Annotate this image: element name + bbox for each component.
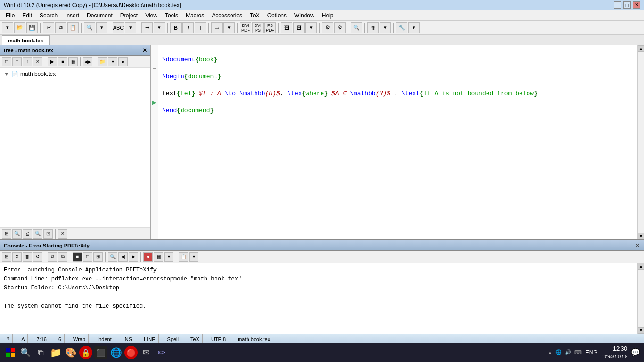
status-indent[interactable]: Indent (94, 334, 115, 344)
tree-bottom-btn2[interactable]: 🔍 (12, 229, 22, 239)
menu-edit[interactable]: Edit (18, 11, 36, 20)
taskbar-task-view[interactable]: ⧉ (34, 346, 47, 359)
tree-btn-folder-dropdown[interactable]: ▾ (108, 57, 117, 66)
tree-btn-up[interactable]: ↑ (23, 57, 32, 66)
tray-network[interactable]: 🌐 (555, 349, 562, 355)
toolbar-italic[interactable]: I (182, 22, 194, 33)
console-btn-refresh[interactable]: ↺ (33, 252, 42, 262)
maximize-button[interactable]: □ (623, 1, 631, 9)
menu-tex[interactable]: TeX (246, 11, 264, 20)
menu-view[interactable]: View (141, 11, 161, 20)
taskbar-explorer[interactable]: 📁 (49, 346, 62, 359)
console-btn-view-dropdown[interactable]: ▾ (164, 252, 173, 262)
tab-math-book[interactable]: math book.tex (2, 35, 50, 45)
tree-bottom-btn1[interactable]: ⊞ (2, 229, 11, 239)
taskbar-app-black[interactable]: ⬛ (94, 346, 107, 359)
code-editor[interactable]: \document{book} \begin{document} text{Le… (158, 45, 637, 239)
toolbar-trash-dropdown[interactable]: ▾ (380, 22, 391, 33)
menu-accessories[interactable]: Accessories (208, 11, 246, 20)
console-btn-clear[interactable]: 🗑 (23, 252, 32, 262)
tray-volume[interactable]: 🔊 (565, 349, 571, 355)
toolbar-paste[interactable]: 📋 (67, 22, 79, 33)
tree-bottom-btn4[interactable]: 🔍 (33, 229, 42, 239)
tree-root-item[interactable]: ▼ 📄 math book.tex (2, 70, 148, 78)
toolbar-dvi[interactable]: DVI PDF (240, 22, 251, 33)
menu-options[interactable]: Options (264, 11, 290, 20)
tree-bottom-btn3[interactable]: 🖨 (23, 229, 32, 239)
toolbar-img2[interactable]: 🖼 (293, 22, 305, 33)
console-btn-wrap[interactable]: ⊞ (2, 252, 11, 262)
toolbar-search-icon[interactable]: 🔍 (351, 22, 362, 33)
menu-document[interactable]: Document (83, 11, 116, 20)
fold-btn-collapse[interactable]: − (151, 64, 157, 73)
console-btn-extra[interactable]: 📋 (179, 252, 188, 262)
toolbar-new-dropdown[interactable]: ▾ (2, 22, 13, 33)
tree-btn-folder[interactable]: 📁 (98, 57, 107, 66)
taskbar-search-button[interactable]: 🔍 (19, 346, 32, 359)
toolbar-indent[interactable]: ⇥ (141, 22, 153, 33)
taskbar-pencil[interactable]: ✏ (155, 346, 168, 359)
taskbar-red-circle[interactable]: 🔴 (124, 346, 138, 359)
tree-btn-open[interactable]: □ (12, 57, 22, 66)
console-btn-copy-all[interactable]: ⧉ (48, 252, 57, 262)
taskbar-lang[interactable]: ENG (586, 349, 598, 356)
status-ins[interactable]: INS (121, 334, 135, 344)
status-wrap[interactable]: Wrap (70, 334, 89, 344)
toolbar-tools-btn[interactable]: 🔧 (396, 22, 407, 33)
menu-help[interactable]: Help (318, 11, 338, 20)
toolbar-save[interactable]: 💾 (26, 22, 38, 33)
tree-bottom-btn5[interactable]: ⊡ (43, 229, 53, 239)
toolbar-ps2pdf[interactable]: PS PDF (264, 22, 276, 33)
tray-chevron[interactable]: ▲ (547, 350, 553, 355)
menu-macros[interactable]: Macros (182, 11, 208, 20)
tree-btn-collapse[interactable]: ■ (58, 57, 67, 66)
toolbar-frame-dropdown[interactable]: ▾ (223, 22, 235, 33)
console-btn-stop[interactable]: ✕ (12, 252, 22, 262)
tree-close-button[interactable]: ✕ (142, 47, 147, 54)
toolbar-trash[interactable]: 🗑 (367, 22, 379, 33)
taskbar-start-button[interactable] (4, 346, 17, 359)
toolbar-typewriter[interactable]: T (195, 22, 206, 33)
console-close-button[interactable]: ✕ (635, 242, 640, 249)
toolbar-img[interactable]: 🖼 (281, 22, 292, 33)
menu-file[interactable]: File (2, 11, 18, 20)
console-btn-grid2[interactable]: ⊞ (93, 252, 103, 262)
toolbar-tex-compile[interactable]: ⚙ (322, 22, 333, 33)
taskbar-paint[interactable]: 🎨 (64, 346, 77, 359)
console-btn-search[interactable]: 🔍 (108, 252, 117, 262)
console-btn-black[interactable]: ■ (73, 252, 82, 262)
tree-btn-expand[interactable]: ▶ (48, 57, 57, 66)
run-arrow[interactable]: ▶ (151, 98, 157, 107)
toolbar-open[interactable]: 📂 (14, 22, 25, 33)
tray-keyboard[interactable]: ⌨ (574, 349, 582, 355)
tree-bottom-close[interactable]: ✕ (58, 229, 67, 239)
toolbar-view-dropdown[interactable]: ▾ (305, 22, 317, 33)
console-btn-prev-result[interactable]: ◀ (118, 252, 128, 262)
toolbar-dvi2[interactable]: DVI PS (252, 22, 264, 33)
scroll-down-arrow[interactable]: ▼ (638, 233, 644, 239)
tree-btn-grid[interactable]: ▦ (68, 57, 78, 66)
menu-search[interactable]: Search (36, 11, 61, 20)
taskbar-mail[interactable]: ✉ (140, 346, 153, 359)
console-btn-extra-dropdown[interactable]: ▾ (189, 252, 198, 262)
scroll-up-arrow[interactable]: ▲ (638, 45, 644, 52)
console-scroll-up[interactable]: ▲ (638, 263, 644, 270)
toolbar-find-dropdown[interactable]: ▾ (96, 22, 107, 33)
fold-btn-2[interactable] (151, 56, 157, 64)
fold-btn-1[interactable] (151, 47, 157, 56)
console-btn-view[interactable]: ▦ (154, 252, 163, 262)
toolbar-spellcheck[interactable]: ABC (113, 22, 124, 33)
console-btn-next-result[interactable]: ▶ (129, 252, 138, 262)
toolbar-cut[interactable]: ✂ (43, 22, 54, 33)
status-spell[interactable]: Spell (165, 334, 182, 344)
toolbar-frame[interactable]: ▭ (211, 22, 223, 33)
console-btn-copy[interactable]: ⧉ (58, 252, 67, 262)
tree-btn-delete[interactable]: ✕ (33, 57, 42, 66)
taskbar-edge[interactable]: 🌐 (109, 346, 123, 359)
menu-window[interactable]: Window (290, 11, 318, 20)
console-scroll-down[interactable]: ▼ (638, 327, 644, 334)
minimize-button[interactable]: — (614, 1, 621, 9)
close-button[interactable]: ✕ (633, 1, 640, 9)
console-btn-red-dot[interactable]: ● (143, 252, 153, 262)
taskbar-security[interactable]: 🔒 (79, 346, 92, 359)
